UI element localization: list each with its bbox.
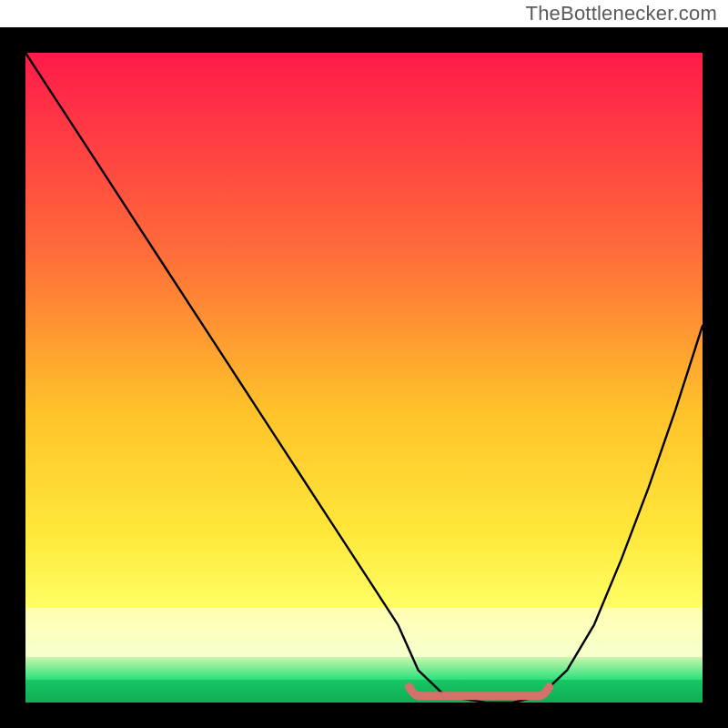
svg-rect-10 — [0, 27, 25, 728]
chart-container: TheBottlenecker.com — [0, 0, 728, 728]
svg-rect-11 — [703, 27, 728, 728]
svg-rect-9 — [0, 703, 728, 728]
bottleneck-chart — [0, 0, 728, 728]
svg-rect-8 — [0, 27, 728, 53]
svg-rect-12 — [25, 53, 703, 703]
attribution-label: TheBottlenecker.com — [526, 2, 717, 25]
